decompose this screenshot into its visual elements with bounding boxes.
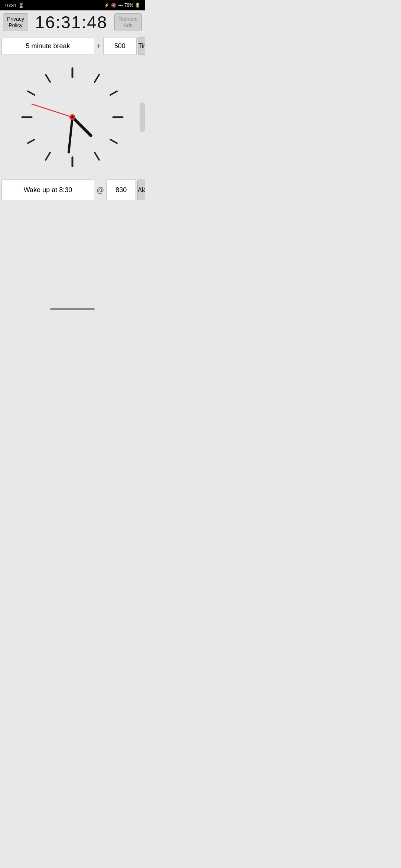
timer-status-icon: ⌛ <box>18 3 24 8</box>
timer-row: + Timer <box>0 34 145 58</box>
clock-area <box>0 58 145 177</box>
status-bar: 16:31 ⌛ ⚡ 🔇 ▪▪▪ 79% 🔋 <box>0 0 145 10</box>
top-bar: Privacy Policy 16:31:48 Remove Ads <box>0 10 145 34</box>
battery-percent: 79% <box>124 3 133 8</box>
timer-label-input[interactable] <box>1 37 94 55</box>
alarm-button[interactable]: Alarm <box>137 180 145 200</box>
remove-ads-button[interactable]: Remove Ads <box>114 13 142 31</box>
status-time: 16:31 <box>4 3 17 8</box>
alarm-row: @ Alarm <box>0 177 145 203</box>
timer-button[interactable]: Timer <box>138 37 145 55</box>
alarm-label-input[interactable] <box>1 180 94 200</box>
home-indicator <box>50 308 95 310</box>
scrollbar[interactable] <box>140 102 145 132</box>
battery-icon: 🔋 <box>135 3 140 8</box>
signal-icon: ▪▪▪ <box>118 3 123 8</box>
charge-icon: ⚡ <box>104 3 110 8</box>
at-sign: @ <box>96 186 105 194</box>
mute-icon: 🔇 <box>111 3 117 8</box>
svg-point-17 <box>71 116 74 118</box>
timer-value-input[interactable] <box>103 37 137 55</box>
analog-clock <box>17 62 128 173</box>
digital-clock: 16:31:48 <box>35 12 107 32</box>
alarm-value-input[interactable] <box>106 180 136 200</box>
plus-sign: + <box>96 42 102 50</box>
privacy-policy-button[interactable]: Privacy Policy <box>3 13 28 31</box>
